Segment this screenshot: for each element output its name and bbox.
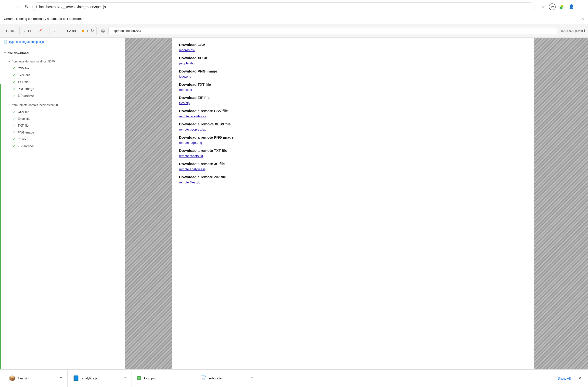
up-arrow-icon: ↑	[85, 29, 89, 33]
test-label: JS file	[18, 137, 26, 141]
test-excel-remote[interactable]: ✓ Excel file	[0, 115, 125, 122]
notification-close-button[interactable]: ×	[581, 16, 584, 21]
test-check-icon: ✓	[13, 110, 16, 114]
test-label: PNG image	[18, 87, 34, 91]
right-hatched-area	[534, 38, 588, 387]
content-link-6[interactable]: remote people.xlsx	[179, 128, 527, 131]
account-icon[interactable]: 👤	[567, 3, 575, 11]
download-name-0: files.zip	[18, 376, 28, 380]
download-chevron-3[interactable]: ⌃	[251, 376, 254, 381]
test-check-icon: ✓	[13, 116, 16, 120]
test-excel-local[interactable]: ✓ Excel file	[0, 72, 125, 78]
content-link-10[interactable]: remote files.zip	[179, 180, 527, 184]
test-png-remote[interactable]: ✓ PNG image	[0, 129, 125, 136]
cy-reload-button[interactable]: ↻	[89, 27, 95, 35]
passed-count: ✓ 11	[21, 27, 34, 34]
download-item-2: 🖼logo.png⌃	[131, 370, 195, 387]
address-bar[interactable]: ℹ	[32, 2, 535, 11]
test-check-icon: ✓	[13, 130, 16, 134]
content-link-0[interactable]: records.csv	[179, 48, 527, 52]
star-icon[interactable]: ☆	[539, 3, 547, 11]
group-remote: ▼ from remote domain localhost:9000 ✓ CS…	[0, 100, 125, 151]
test-txt-remote[interactable]: ✓ TXT file	[0, 122, 125, 129]
file-icon: 📄	[4, 40, 8, 44]
group-local-name: from local domain localhost:8070	[12, 60, 55, 63]
menu-icon[interactable]: ⋮	[577, 3, 585, 11]
suite-header[interactable]: ▼ file download	[0, 49, 125, 57]
test-label: CSV file	[18, 110, 29, 114]
suite-arrow-icon: ▼	[4, 52, 6, 54]
test-zip-local[interactable]: ✓ ZIP archive	[0, 92, 125, 99]
test-label: Excel file	[18, 117, 30, 120]
content-link-7[interactable]: remote logo.png	[179, 141, 527, 145]
info-icon: ℹ	[584, 29, 585, 33]
browser-toolbar: ← → ↻ ℹ ☆ cv 🧩 👤 ⋮	[0, 0, 588, 14]
notification-text: Chrome is being controlled by automated …	[4, 17, 82, 20]
content-link-4[interactable]: files.zip	[179, 101, 527, 105]
puzzle-icon[interactable]: 🧩	[558, 3, 566, 11]
back-button[interactable]: ←	[3, 3, 11, 11]
circle-icon: ○	[54, 29, 56, 33]
cy-url-input[interactable]	[108, 27, 557, 34]
group-arrow-icon: ▼	[8, 60, 10, 63]
test-js-remote[interactable]: ✓ JS file	[0, 136, 125, 143]
test-csv-remote[interactable]: ✓ CSV file	[0, 108, 125, 115]
test-time: 03.99	[64, 27, 79, 34]
content-heading-2: Download PNG image	[179, 69, 527, 73]
test-label: TXT file	[18, 124, 29, 127]
test-label: ZIP archive	[18, 144, 34, 148]
download-name-2: logo.png	[144, 376, 156, 380]
test-check-icon: ✓	[13, 66, 16, 70]
content-link-3[interactable]: robots.txt	[179, 88, 527, 92]
divider-6	[96, 27, 97, 35]
group-arrow-icon: ▼	[8, 104, 10, 107]
tests-back-button[interactable]: ‹ Tests	[3, 27, 18, 35]
download-bar-close[interactable]: ×	[575, 376, 584, 381]
breadcrumb-link[interactable]: cypress/integration/spec.js	[9, 40, 44, 44]
cy-target-button[interactable]: ◎	[100, 27, 106, 35]
test-csv-local[interactable]: ✓ CSV file	[0, 65, 125, 72]
reload-button[interactable]: ↻	[22, 3, 30, 11]
cypress-sidebar: 📄 cypress/integration/spec.js ▼ file dow…	[0, 38, 125, 387]
test-check-icon: ✓	[13, 87, 16, 91]
test-txt-local[interactable]: ✓ TXT file	[0, 78, 125, 85]
browser-chrome: ← → ↻ ℹ ☆ cv 🧩 👤 ⋮ Chrome is being contr…	[0, 0, 588, 38]
test-png-local[interactable]: ✓ PNG image	[0, 85, 125, 92]
download-chevron-1[interactable]: ⌃	[123, 376, 126, 381]
content-heading-6: Download a remove XLSX file	[179, 122, 527, 126]
left-hatched-area	[125, 38, 172, 387]
test-zip-remote[interactable]: ✓ ZIP archive	[0, 143, 125, 149]
cv-icon[interactable]: cv	[549, 3, 556, 10]
suite-name: file download	[8, 51, 29, 55]
status-dot	[82, 30, 84, 32]
page-content: Download CSVrecords.csvDownload XLSXpeop…	[172, 38, 534, 387]
url-input[interactable]	[39, 5, 531, 9]
group-local-header[interactable]: ▼ from local domain localhost:8070	[0, 58, 125, 65]
breadcrumb: 📄 cypress/integration/spec.js	[0, 38, 125, 46]
content-link-9[interactable]: remote analytics.js	[179, 167, 527, 171]
test-check-icon: ✓	[13, 123, 16, 127]
download-icon-0: 📦	[9, 375, 16, 382]
content-link-8[interactable]: remote robots.txt	[179, 154, 527, 158]
content-heading-1: Download XLSX	[179, 56, 527, 60]
lock-icon: ℹ	[36, 5, 37, 9]
group-remote-header[interactable]: ▼ from remote domain localhost:9000	[0, 102, 125, 108]
content-heading-0: Download CSV	[179, 43, 527, 47]
forward-button[interactable]: →	[13, 3, 21, 11]
content-heading-5: Download a remote CSV file	[179, 109, 527, 113]
download-chevron-0[interactable]: ⌃	[59, 376, 63, 381]
viewport-area: Download CSVrecords.csvDownload XLSXpeop…	[125, 38, 588, 387]
x-icon: ✗	[39, 29, 42, 33]
download-name-3: robots.txt	[209, 376, 222, 380]
browser-icons: ☆ cv 🧩 👤 ⋮	[539, 3, 585, 11]
show-all-button[interactable]: Show All	[558, 376, 571, 380]
check-icon: ✓	[23, 29, 26, 33]
content-link-2[interactable]: logo.png	[179, 75, 527, 78]
content-link-1[interactable]: people.xlsx	[179, 61, 527, 65]
download-icon-2: 🖼	[136, 375, 142, 382]
green-bar-indicator	[0, 84, 1, 387]
download-chevron-2[interactable]: ⌃	[187, 376, 190, 381]
main-area: 📄 cypress/integration/spec.js ▼ file dow…	[0, 38, 588, 387]
content-link-5[interactable]: remote records.csv	[179, 114, 527, 118]
test-check-icon: ✓	[13, 137, 16, 141]
